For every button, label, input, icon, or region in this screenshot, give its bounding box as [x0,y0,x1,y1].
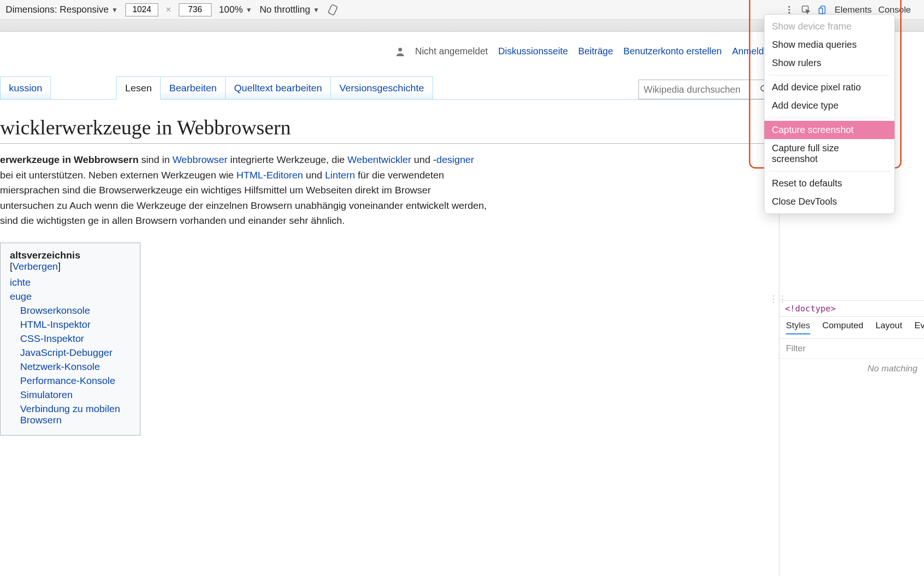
toc-link[interactable]: euge [10,291,32,302]
user-links: Nicht angemeldet Diskussionsseite Beiträ… [0,46,779,57]
create-account-link[interactable]: Benutzerkonto erstellen [623,46,722,57]
menu-item[interactable]: Add device type [764,96,895,115]
tab-computed[interactable]: Computed [822,320,864,334]
toc-link[interactable]: Performance-Konsole [20,375,115,386]
kebab-icon[interactable] [784,5,794,15]
tab-styles[interactable]: Styles [786,320,810,334]
tab-source[interactable]: Quelltext bearbeiten [225,76,331,99]
rotate-icon[interactable] [327,4,339,16]
zoom-select[interactable]: 100% ▼ [219,4,252,15]
svg-point-6 [788,12,790,14]
page-tabs: kussion Lesen Bearbeiten Quelltext bearb… [0,74,779,100]
menu-item[interactable]: Reset to defaults [764,174,895,192]
styles-tabbar: Styles Computed Layout Ev [779,317,924,339]
tab-ev[interactable]: Ev [914,320,924,334]
no-matching-label: No matching [779,359,924,378]
svg-point-5 [788,9,790,11]
tab-edit[interactable]: Bearbeiten [160,76,226,99]
toc-item: Performance-Konsole [10,375,131,386]
toc-link[interactable]: HTML-Inspektor [20,319,91,330]
toc-link[interactable]: Verbindung zu mobilen Browsern [20,403,120,425]
width-input[interactable] [125,3,158,16]
throttling-label: No throttling [260,4,310,15]
link-webbrowser[interactable]: Webbrowser [172,154,227,165]
menu-item[interactable]: Capture screenshot [764,121,895,139]
toc-link[interactable]: ichte [10,277,30,288]
toc-item: CSS-Inspektor [10,333,131,344]
dimensions-select[interactable]: Dimensions: Responsive ▼ [6,4,118,15]
menu-separator [769,118,890,118]
toc-link[interactable]: Netzwerk-Konsole [20,361,100,372]
svg-point-4 [788,6,790,7]
toc-title: altsverzeichnis [10,250,81,260]
search-box[interactable] [638,80,774,99]
toc-link[interactable]: Simulatoren [20,389,73,400]
svg-rect-9 [819,8,822,14]
menu-item[interactable]: Capture full size screenshot [764,139,895,168]
toc-item: Netzwerk-Konsole [10,361,131,372]
toc-item: Simulatoren [10,389,131,400]
styles-filter[interactable]: Filter [779,339,924,359]
toc-link[interactable]: JavaScript-Debugger [20,347,112,358]
toc-link[interactable]: Browserkonsole [20,305,90,316]
chevron-down-icon: ▼ [111,6,118,14]
height-input[interactable] [179,3,212,16]
toc-item: JavaScript-Debugger [10,347,131,358]
link-html-editoren[interactable]: HTML-Editoren [236,170,303,180]
chevron-down-icon: ▼ [246,6,252,14]
tab-history[interactable]: Versionsgeschichte [330,76,433,99]
lead-bold: erwerkzeuge in Webbrowsern [0,154,139,165]
device-icon[interactable] [818,5,828,15]
svg-rect-0 [328,4,337,15]
table-of-contents: altsverzeichnis [Verbergen] ichteeugeBro… [0,243,140,436]
intro-paragraph: erwerkzeuge in Webbrowsern sind in Webbr… [0,152,487,229]
menu-separator [769,171,890,171]
tab-discussion[interactable]: kussion [0,76,51,99]
talk-link[interactable]: Diskussionsseite [498,46,568,57]
throttling-select[interactable]: No throttling ▼ [260,4,320,15]
menu-item[interactable]: Show rulers [764,54,895,72]
dimension-x: × [166,4,171,15]
link-webentwickler[interactable]: Webentwickler [347,154,411,165]
toc-item: Browserkonsole [10,305,131,316]
toc-link[interactable]: CSS-Inspektor [20,333,84,344]
search-input[interactable] [644,84,760,95]
person-icon [396,47,405,56]
tab-elements[interactable]: Elements [835,5,872,15]
menu-item[interactable]: Close DevTools [764,192,895,211]
inspect-icon[interactable] [801,5,811,15]
chevron-down-icon: ▼ [313,6,320,14]
toc-item: euge [10,291,131,302]
not-logged-label: Nicht angemeldet [415,46,488,57]
link-designer[interactable]: designer [436,154,474,165]
toc-item: HTML-Inspektor [10,319,131,330]
breadcrumb[interactable]: <!doctype> [779,300,924,317]
link-lintern[interactable]: Lintern [325,170,355,180]
splitter-handle[interactable]: ⋮⋮ [776,285,780,313]
zoom-label: 100% [219,4,243,15]
toc-item: ichte [10,277,131,288]
svg-point-1 [398,48,402,52]
menu-item: Show device frame [764,17,895,36]
page-title: wicklerwerkzeuge in Webbrowsern [0,116,779,144]
page-viewport: Nicht angemeldet Diskussionsseite Beiträ… [0,32,779,576]
toc-list: ichteeugeBrowserkonsoleHTML-InspektorCSS… [10,277,131,426]
toc-item: Verbindung zu mobilen Browsern [10,403,131,426]
dimensions-label: Dimensions: Responsive [6,4,109,15]
tab-read[interactable]: Lesen [116,76,161,100]
contrib-link[interactable]: Beiträge [578,46,613,57]
toc-hide-link[interactable]: Verbergen [13,261,58,272]
tab-console[interactable]: Console [878,5,911,15]
menu-separator [769,75,890,75]
tab-layout[interactable]: Layout [875,320,902,334]
menu-item[interactable]: Show media queries [764,36,895,54]
more-options-menu: Show device frameShow media queriesShow … [764,14,895,214]
menu-item[interactable]: Add device pixel ratio [764,78,895,96]
